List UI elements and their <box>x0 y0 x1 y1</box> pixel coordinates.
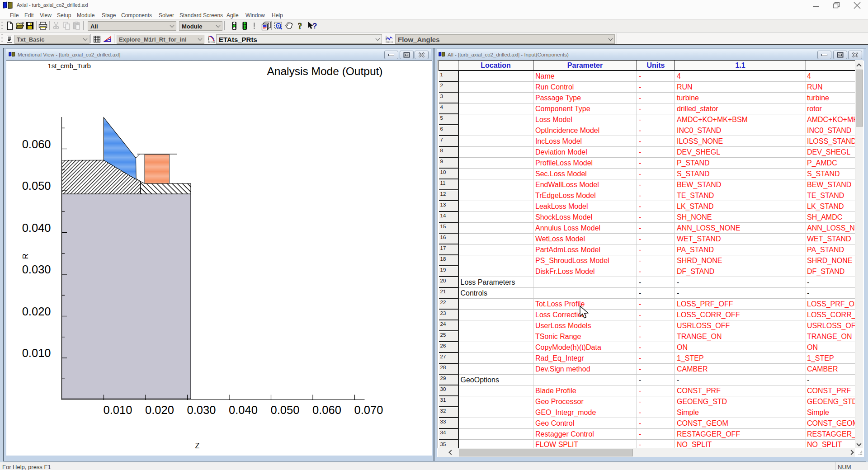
svg-text:0.030: 0.030 <box>187 404 216 416</box>
svg-text:0.040: 0.040 <box>229 404 258 416</box>
svg-text:0.050: 0.050 <box>22 179 51 192</box>
svg-text:?: ? <box>298 22 302 31</box>
svg-text:?: ? <box>312 22 317 30</box>
svg-text:0.010: 0.010 <box>104 404 132 416</box>
svg-text:0.050: 0.050 <box>271 404 300 416</box>
svg-text:0.020: 0.020 <box>145 404 174 416</box>
svg-text:1st_cmb_Turb: 1st_cmb_Turb <box>48 62 91 70</box>
svg-text:0.030: 0.030 <box>22 263 51 276</box>
svg-text:0.020: 0.020 <box>22 305 51 317</box>
svg-text:Z: Z <box>195 442 200 450</box>
svg-text:0.040: 0.040 <box>22 221 51 234</box>
svg-text:0.060: 0.060 <box>312 404 341 416</box>
svg-text:Analysis Mode (Output): Analysis Mode (Output) <box>267 65 383 77</box>
svg-text:0.010: 0.010 <box>22 347 51 359</box>
svg-text:0.070: 0.070 <box>354 404 383 416</box>
svg-text:R: R <box>21 253 30 258</box>
svg-text:0.060: 0.060 <box>22 137 51 150</box>
